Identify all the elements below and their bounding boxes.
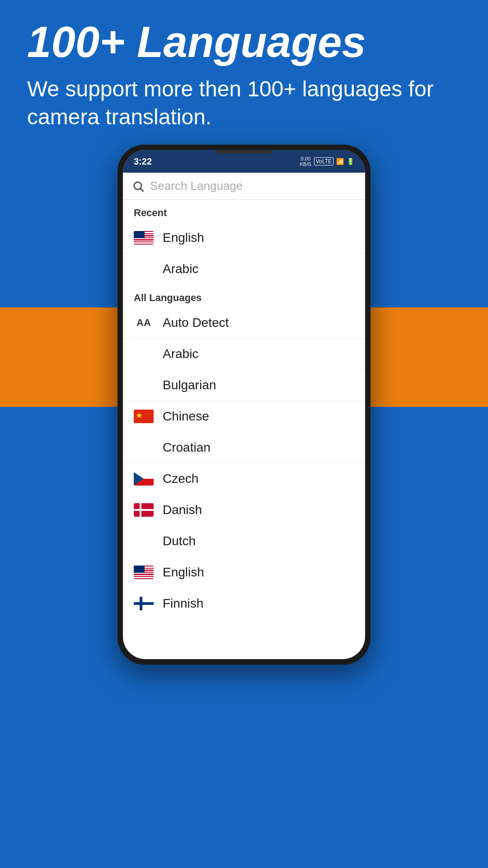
list-item[interactable]: Dutch [123, 526, 365, 557]
flag-hr-icon [134, 441, 154, 454]
phone-notch [217, 150, 271, 154]
phone-mockup: 3:22 0.00KB/S VoLTE 📶 🔋 Search Language [117, 145, 371, 832]
flag-dk-icon [134, 503, 154, 517]
language-name: Auto Detect [163, 316, 229, 330]
flag-ae-icon [134, 262, 154, 276]
list-item[interactable]: Chinese [123, 401, 365, 432]
svg-point-0 [134, 182, 141, 189]
language-name: Arabic [163, 347, 198, 361]
language-name: Arabic [163, 262, 198, 276]
language-name: Czech [163, 472, 198, 486]
language-name: Dutch [163, 534, 196, 548]
language-name: Bulgarian [163, 378, 216, 392]
status-icons: 0.00KB/S VoLTE 📶 🔋 [300, 156, 354, 167]
list-item[interactable]: English [123, 557, 365, 588]
recent-section-header: Recent [123, 200, 365, 222]
flag-ae-icon [134, 347, 154, 361]
flag-cn-icon [134, 410, 154, 423]
list-item[interactable]: Czech [123, 463, 365, 495]
volte-icon: VoLTE [314, 157, 333, 165]
header-section: 100+ Languages We support more then 100+… [0, 18, 488, 131]
flag-nl-icon [134, 534, 154, 548]
language-list: Recent English Arabic [123, 200, 365, 659]
svg-line-1 [141, 189, 143, 191]
language-name: English [163, 231, 204, 245]
flag-fi-icon [134, 597, 154, 610]
language-name: English [163, 565, 204, 580]
list-item[interactable]: Finnish [123, 588, 365, 619]
search-bar[interactable]: Search Language [123, 173, 365, 200]
search-icon [132, 180, 145, 193]
battery-icon: 🔋 [347, 158, 354, 165]
phone-body: 3:22 0.00KB/S VoLTE 📶 🔋 Search Language [117, 145, 371, 665]
phone-screen: 3:22 0.00KB/S VoLTE 📶 🔋 Search Language [123, 150, 365, 659]
header-subtitle: We support more then 100+ languages for … [27, 75, 461, 132]
flag-bg-icon [134, 378, 154, 392]
flag-cz-icon [134, 472, 154, 486]
language-name: Chinese [163, 409, 209, 424]
flag-us-icon [134, 231, 154, 245]
header-title: 100+ Languages [27, 18, 461, 66]
search-placeholder[interactable]: Search Language [150, 179, 243, 193]
all-languages-section-header: All Languages [123, 285, 365, 307]
network-speed: 0.00KB/S [300, 156, 311, 167]
list-item[interactable]: English [123, 222, 365, 254]
list-item[interactable]: Bulgarian [123, 370, 365, 401]
flag-us-icon [134, 566, 154, 579]
language-name: Danish [163, 503, 202, 517]
language-name: Croatian [163, 440, 211, 455]
list-item[interactable]: Danish [123, 495, 365, 526]
list-item[interactable]: AA Auto Detect [123, 307, 365, 339]
list-item[interactable]: Croatian [123, 432, 365, 463]
signal-icon: 📶 [336, 158, 344, 165]
auto-detect-icon: AA [134, 316, 154, 330]
status-time: 3:22 [134, 156, 152, 167]
list-item[interactable]: Arabic [123, 254, 365, 285]
language-name: Finnish [163, 596, 203, 611]
list-item[interactable]: Arabic [123, 339, 365, 370]
